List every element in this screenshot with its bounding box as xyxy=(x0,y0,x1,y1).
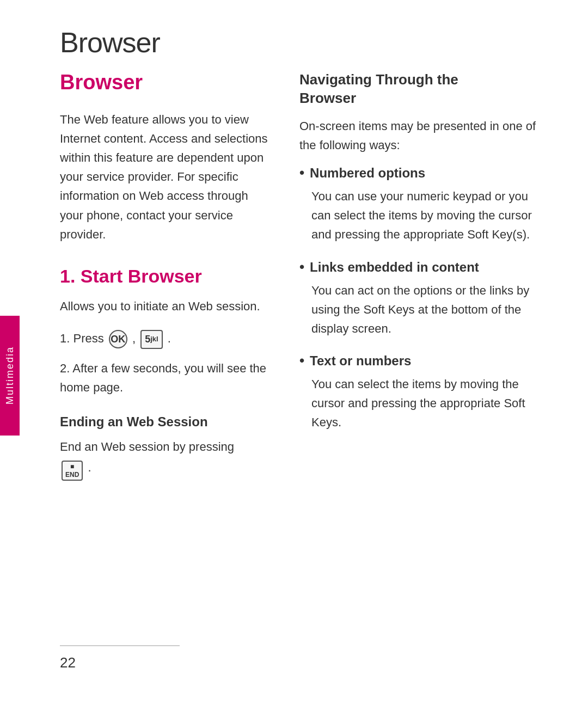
bullet-item-numbered-options: • Numbered options You can use your nume… xyxy=(299,165,550,244)
page-number: 22 xyxy=(60,654,76,671)
sidebar-label: Multimedia xyxy=(4,346,16,404)
bullet-list: • Numbered options You can use your nume… xyxy=(299,165,550,432)
left-column: Browser The Web feature allows you to vi… xyxy=(60,71,272,494)
bullet-desc-2: You can act on the options or the links … xyxy=(299,281,550,339)
browser-intro-text: The Web feature allows you to view Inter… xyxy=(60,110,272,244)
bullet-label-text-numbers: • Text or numbers xyxy=(299,353,550,369)
bullet-dot-2: • xyxy=(299,259,304,275)
bullet-dot-1: • xyxy=(299,164,304,181)
content-area: Browser The Web feature allows you to vi… xyxy=(60,71,550,494)
ending-text: End an Web session by pressing ■END . xyxy=(60,437,272,481)
nav-heading-line1: Navigating Through the xyxy=(299,71,458,88)
ending-period: . xyxy=(88,461,91,475)
step-1: 1. Press OK , 5 jkl . xyxy=(60,329,272,349)
ok-key: OK xyxy=(109,330,127,348)
page-title: Browser xyxy=(60,26,160,59)
start-browser-body: Allows you to initiate an Web session. xyxy=(60,297,272,316)
end-key: ■END xyxy=(62,461,83,481)
ending-text-label: End an Web session by pressing xyxy=(60,440,234,453)
page-container: Browser Multimedia 22 Browser The Web fe… xyxy=(0,0,588,705)
nav-heading: Navigating Through the Browser xyxy=(299,71,550,108)
bottom-rule xyxy=(60,645,180,646)
bullet-item-text-numbers: • Text or numbers You can select the ite… xyxy=(299,353,550,432)
bullet-desc-3: You can select the items by moving the c… xyxy=(299,375,550,432)
bullet-title-3: Text or numbers xyxy=(310,353,411,369)
bullet-item-links-embedded: • Links embedded in content You can act … xyxy=(299,260,550,339)
5jkl-key: 5 jkl xyxy=(140,330,162,349)
step-2: 2. After a few seconds, you will see the… xyxy=(60,359,272,397)
step-1-text-before: 1. Press xyxy=(60,332,107,345)
sidebar-tab: Multimedia xyxy=(0,316,20,436)
bullet-dot-3: • xyxy=(299,352,304,369)
browser-section-heading: Browser xyxy=(60,71,272,95)
bullet-title-2: Links embedded in content xyxy=(310,260,479,275)
step-2-text: 2. After a few seconds, you will see the… xyxy=(60,361,266,394)
step-1-period: . xyxy=(168,332,171,345)
bullet-label-numbered-options: • Numbered options xyxy=(299,165,550,181)
start-browser-heading: 1. Start Browser xyxy=(60,266,272,287)
step-1-separator: , xyxy=(132,332,139,345)
nav-heading-line2: Browser xyxy=(299,90,356,106)
bullet-label-links-embedded: • Links embedded in content xyxy=(299,260,550,275)
right-column: Navigating Through the Browser On-screen… xyxy=(299,71,550,494)
bullet-title-1: Numbered options xyxy=(310,165,425,181)
ending-heading: Ending an Web Session xyxy=(60,414,272,430)
bullet-desc-1: You can use your numeric keypad or you c… xyxy=(299,187,550,244)
nav-intro: On-screen items may be presented in one … xyxy=(299,117,550,155)
